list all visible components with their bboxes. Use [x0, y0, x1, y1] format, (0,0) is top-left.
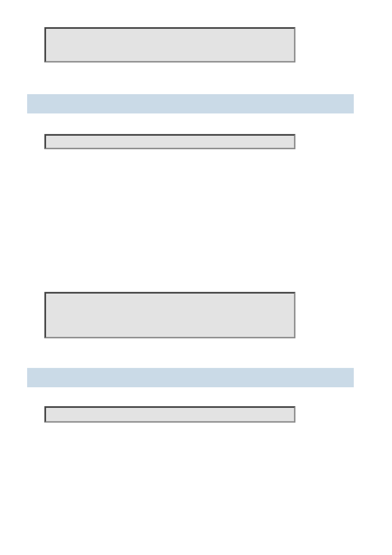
code-box-2: [44, 134, 295, 149]
code-box-4: [44, 406, 295, 423]
section-heading-bar-2: [27, 368, 354, 387]
code-box-1: [44, 27, 295, 62]
document-page: [0, 0, 392, 555]
section-heading-bar-1: [27, 94, 354, 113]
code-box-3: [44, 292, 295, 338]
